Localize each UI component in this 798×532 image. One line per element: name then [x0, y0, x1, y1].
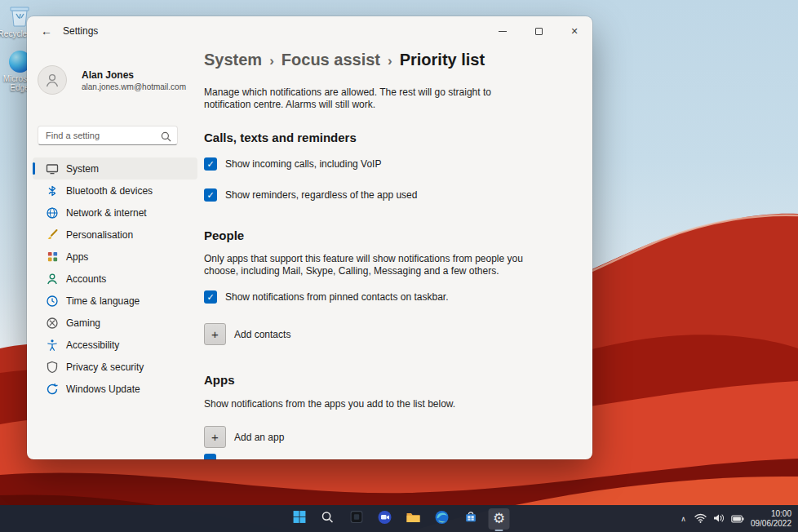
avatar	[38, 65, 67, 95]
sidebar-item-system[interactable]: System	[33, 157, 197, 180]
clock[interactable]: 10:00 09/06/2022	[751, 509, 791, 529]
sidebar-item-label: Accessibility	[66, 339, 119, 351]
checkbox-checked-icon[interactable]: ✓	[204, 157, 217, 171]
add-contacts-button[interactable]: +	[204, 323, 226, 345]
plus-icon: +	[211, 327, 219, 341]
checkbox-label: Show incoming calls, including VoIP	[225, 158, 381, 170]
accessibility-icon	[46, 339, 59, 352]
display-icon	[46, 162, 59, 175]
tray-chevron-up-icon[interactable]: ∧	[679, 515, 688, 523]
gear-icon: ⚙	[493, 512, 505, 525]
edge-icon	[435, 510, 450, 528]
clipped-checkbox	[204, 454, 216, 459]
page-description: Manage which notifications are allowed. …	[204, 86, 532, 110]
chat-button[interactable]	[375, 508, 396, 530]
desktop: Recycle Bin Microsoft Edge ← Settings ✕ …	[0, 0, 798, 532]
sidebar-item-label: Accounts	[66, 273, 106, 285]
tray-date: 09/06/2022	[751, 519, 791, 529]
add-app-button[interactable]: +	[204, 426, 226, 448]
battery-icon[interactable]	[731, 512, 744, 526]
add-app-label: Add an app	[234, 432, 284, 443]
checkbox-checked-icon[interactable]: ✓	[204, 188, 217, 202]
people-description: Only apps that support this feature will…	[204, 253, 556, 277]
checkbox-label: Show notifications from pinned contacts …	[225, 291, 449, 303]
settings-button[interactable]: ⚙	[489, 508, 510, 530]
sidebar-item-label: Apps	[66, 251, 88, 263]
apps-grid-icon	[46, 250, 59, 264]
sidebar-item-label: System	[66, 163, 99, 175]
checkbox-incoming-calls[interactable]: ✓ Show incoming calls, including VoIP	[204, 157, 381, 171]
sidebar-item-accounts[interactable]: Accounts	[33, 268, 197, 290]
checkbox-checked-icon[interactable]: ✓	[204, 290, 217, 304]
checkbox-reminders[interactable]: ✓ Show reminders, regardless of the app …	[204, 188, 417, 202]
sidebar-item-network-internet[interactable]: Network & internet	[33, 202, 197, 224]
edge-button[interactable]	[432, 508, 453, 530]
section-title-apps: Apps	[204, 373, 235, 387]
taskbar-search-button[interactable]	[317, 508, 339, 530]
taskbar: ⚙ ∧ 10:00 09/06/2022	[0, 505, 798, 532]
chevron-right-icon: ›	[262, 53, 282, 69]
add-contacts-label: Add contacts	[234, 329, 290, 340]
sidebar: Alan Jones alan.jones.wm@hotmail.com Sys…	[27, 46, 204, 459]
shield-icon	[46, 361, 59, 374]
search-box	[38, 126, 178, 145]
search-icon	[321, 511, 335, 527]
breadcrumb-focus-assist[interactable]: Focus assist	[282, 51, 380, 69]
sidebar-item-label: Network & internet	[66, 207, 147, 219]
sidebar-item-label: Time & language	[66, 295, 140, 307]
clock-icon	[46, 295, 59, 308]
breadcrumb-priority-list: Priority list	[400, 51, 485, 69]
profile-name: Alan Jones	[82, 69, 186, 81]
wifi-icon[interactable]	[694, 512, 707, 526]
store-bag-icon	[463, 510, 477, 527]
globe-icon	[46, 206, 59, 219]
sidebar-item-label: Privacy & security	[66, 361, 144, 373]
profile-email: alan.jones.wm@hotmail.com	[82, 82, 186, 91]
sidebar-item-bluetooth-devices[interactable]: Bluetooth & devices	[33, 180, 197, 202]
taskbar-center: ⚙	[289, 508, 510, 530]
plus-icon: +	[211, 430, 219, 444]
person-icon	[46, 273, 59, 286]
main-content: System › Focus assist › Priority list Ma…	[204, 16, 592, 459]
sidebar-item-label: Gaming	[66, 317, 100, 329]
sidebar-item-label: Personalisation	[66, 229, 133, 241]
sidebar-item-label: Windows Update	[66, 383, 140, 395]
sidebar-item-personalisation[interactable]: Personalisation	[33, 224, 197, 246]
folder-icon	[406, 511, 421, 527]
bluetooth-icon	[46, 184, 59, 197]
tray-time: 10:00	[751, 509, 791, 519]
chat-icon	[378, 510, 392, 528]
section-title-calls: Calls, texts and reminders	[204, 131, 357, 144]
search-icon	[161, 131, 171, 145]
checkbox-pinned-contacts[interactable]: ✓ Show notifications from pinned contact…	[204, 290, 449, 304]
add-app-row: + Add an app	[204, 426, 284, 448]
sidebar-item-windows-update[interactable]: Windows Update	[33, 378, 197, 400]
back-button[interactable]: ←	[38, 22, 55, 40]
sidebar-item-label: Bluetooth & devices	[66, 185, 153, 197]
task-view-icon	[349, 510, 363, 527]
paintbrush-icon	[46, 228, 59, 242]
sidebar-item-time-language[interactable]: Time & language	[33, 290, 197, 312]
sidebar-item-accessibility[interactable]: Accessibility	[33, 334, 197, 356]
sidebar-item-privacy-security[interactable]: Privacy & security	[33, 356, 197, 378]
task-view-button[interactable]	[346, 508, 367, 530]
update-icon	[46, 383, 59, 396]
windows-logo-icon	[292, 510, 306, 527]
add-contacts-row: + Add contacts	[204, 323, 290, 345]
microsoft-store-button[interactable]	[460, 508, 481, 530]
xbox-icon	[46, 317, 59, 330]
file-explorer-button[interactable]	[403, 508, 424, 530]
settings-window: ← Settings ✕ Alan Jones alan.jones.wm@ho…	[27, 16, 592, 459]
search-input[interactable]	[38, 126, 177, 144]
start-button[interactable]	[289, 508, 310, 530]
sidebar-item-gaming[interactable]: Gaming	[33, 312, 197, 334]
section-title-people: People	[204, 228, 244, 242]
sidebar-item-apps[interactable]: Apps	[33, 246, 197, 268]
volume-icon[interactable]	[713, 512, 725, 526]
breadcrumb-system[interactable]: System	[204, 51, 262, 69]
profile[interactable]: Alan Jones alan.jones.wm@hotmail.com	[38, 65, 186, 95]
chevron-right-icon: ›	[380, 53, 400, 69]
checkbox-label: Show reminders, regardless of the app us…	[225, 189, 417, 201]
window-title: Settings	[63, 25, 98, 37]
system-tray: ∧ 10:00 09/06/2022	[679, 505, 791, 532]
